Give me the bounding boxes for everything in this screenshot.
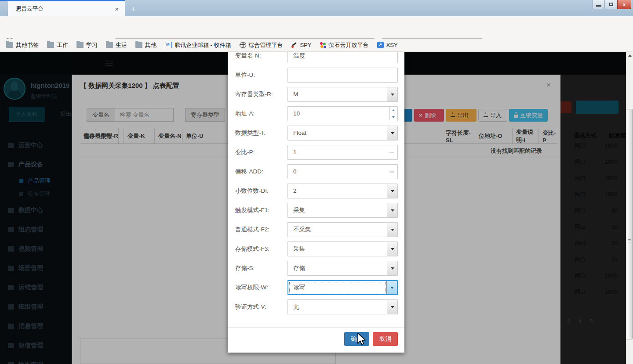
sidebar-menu-item[interactable]: 设备管理	[0, 187, 72, 201]
sidebar-menu-item[interactable]: 班组管理	[0, 297, 72, 317]
bookmark-icon	[320, 42, 326, 48]
field-control[interactable]: 采集	[287, 203, 398, 218]
bookmark-item[interactable]: 学习	[76, 41, 98, 49]
sidebar-menu-item[interactable]: 运营中心	[0, 136, 72, 155]
table-row[interactable]: 网口 10	[560, 251, 626, 267]
scrollbar-grip	[628, 238, 631, 243]
sidebar-menu-item[interactable]: 地图管理	[0, 355, 72, 364]
chevron-down-icon	[391, 306, 394, 308]
sidebar-menu-item[interactable]: 消息管理	[0, 317, 72, 336]
sidebar-menu-item[interactable]: 场景管理	[0, 259, 72, 278]
field-control[interactable]: 0	[287, 164, 398, 179]
field-control[interactable]: M	[287, 87, 398, 102]
dropdown-arrow-button[interactable]	[387, 223, 397, 237]
field-control[interactable]: 无	[287, 299, 398, 314]
field-control[interactable]: 1	[287, 145, 398, 160]
field-label: 偏移-ADD:	[235, 164, 287, 179]
field-control[interactable]: Float	[287, 126, 398, 141]
field-label: 验证方式-V:	[235, 299, 287, 314]
restore-button[interactable]	[605, 0, 617, 9]
field-label: 存储-S:	[235, 261, 287, 276]
field-value: 10	[293, 107, 300, 121]
bookmark-item[interactable]: SPY	[291, 42, 312, 48]
dropdown-arrow-button[interactable]	[387, 184, 397, 198]
browser-tab[interactable]: 思普云平台 ×	[8, 1, 125, 16]
field-control[interactable]: 采集	[287, 241, 398, 256]
table-row[interactable]: 网口 1000	[560, 154, 626, 170]
bookmark-item[interactable]: 其他书签	[6, 41, 39, 49]
page-scrollbar[interactable]	[626, 52, 633, 364]
bookmark-item[interactable]: 生活	[106, 41, 127, 49]
sidebar-menu-item[interactable]: 组态管理	[0, 220, 72, 239]
avatar[interactable]	[4, 78, 25, 100]
field-label: 小数位数-DI:	[235, 184, 287, 198]
sidebar-menu-item[interactable]: 运维管理	[0, 278, 72, 297]
dropdown-arrow-button[interactable]	[387, 126, 397, 140]
connection-type-cell: 网口	[575, 191, 592, 198]
sidebar-menu-item[interactable]: 视频管理	[0, 239, 72, 259]
dropdown-arrow-button[interactable]	[387, 261, 397, 275]
form-field-row: 存储模式-F3: 采集	[235, 241, 398, 256]
menu-item-label: 设备管理	[28, 190, 51, 198]
field-control[interactable]: 存储	[287, 261, 398, 276]
menu-item-icon	[19, 192, 23, 196]
table-row[interactable]: 网口 1000	[560, 267, 626, 284]
sidebar-menu-item[interactable]: 产品设备	[0, 155, 72, 174]
scrollbar-up-arrow[interactable]	[628, 54, 632, 57]
dropdown-arrow-button[interactable]	[386, 281, 397, 294]
profile-button[interactable]: 个人资料	[9, 107, 44, 122]
device-teal-button-fragment[interactable]	[576, 101, 618, 114]
cancel-button[interactable]: 取消	[373, 332, 398, 346]
logout-button[interactable]: 退出	[60, 110, 72, 118]
field-control[interactable]: 2	[287, 184, 398, 198]
bookmark-icon	[135, 42, 142, 48]
pagination-page[interactable]: 5	[589, 318, 593, 324]
scrollbar-thumb[interactable]	[627, 109, 633, 339]
table-row[interactable]: 网口 1000	[560, 186, 626, 202]
table-row[interactable]: 网口 1000	[560, 137, 626, 154]
table-row[interactable]: 网口 30	[560, 235, 626, 251]
sidebar-menu-item[interactable]: 数据中心	[0, 201, 72, 220]
bookmark-icon	[47, 42, 54, 48]
field-control[interactable]: 读写	[287, 280, 398, 295]
form-field-row: 地址-A: 10	[235, 106, 398, 121]
field-value: 温度	[293, 52, 305, 63]
number-spinner[interactable]	[389, 107, 397, 120]
app-sidebar: hignton2019 超级管理员 个人资料 退出 运营中心 产品设备	[0, 52, 72, 364]
device-delete-button-fragment[interactable]	[560, 101, 571, 113]
field-label: 普通模式-F2:	[235, 222, 287, 237]
dropdown-arrow-button[interactable]	[387, 203, 397, 217]
sidebar-menu-item[interactable]: 产品管理	[0, 174, 72, 187]
menu-item-icon	[8, 143, 14, 148]
pagination-page[interactable]: 3	[567, 318, 570, 324]
new-tab-button[interactable]: +	[127, 4, 140, 15]
field-control[interactable]: 不采集	[287, 222, 398, 237]
bookmark-item[interactable]: 其他	[135, 41, 156, 49]
field-control[interactable]: 温度	[287, 52, 398, 63]
close-button[interactable]: x	[617, 0, 631, 9]
sidebar-menu-item[interactable]: 短信管理	[0, 336, 72, 355]
connection-type-cell: 网口	[575, 142, 592, 150]
bookmark-item[interactable]: 腾讯企业邮箱 - 收件箱	[165, 41, 231, 49]
table-row[interactable]: 网口 30	[560, 202, 626, 219]
chevron-down-icon	[391, 190, 394, 192]
pagination-page[interactable]: 4	[578, 318, 581, 324]
table-row[interactable]: 网口 1000	[560, 284, 626, 300]
field-control[interactable]: 10	[287, 106, 398, 121]
bookmark-item[interactable]: XSY	[377, 42, 398, 48]
table-row[interactable]: 网口 30	[560, 219, 626, 235]
bookmark-icon	[165, 42, 172, 48]
dropdown-arrow-button[interactable]	[387, 300, 397, 314]
tab-close-icon[interactable]: ×	[113, 5, 120, 13]
bookmark-item[interactable]: 萤石云开放平台	[320, 41, 369, 49]
table-row[interactable]: 网口 1000	[560, 170, 626, 186]
field-value: 读写	[293, 281, 305, 294]
dropdown-arrow-button[interactable]	[387, 242, 397, 256]
bookmark-item[interactable]: 工作	[47, 41, 68, 49]
field-control[interactable]	[287, 68, 398, 83]
minimize-button[interactable]	[593, 0, 605, 9]
connection-type-cell: 网口	[575, 158, 592, 166]
menu-item-icon	[8, 285, 14, 290]
dropdown-arrow-button[interactable]	[387, 87, 397, 101]
bookmark-item[interactable]: 综合管理平台	[240, 41, 283, 49]
